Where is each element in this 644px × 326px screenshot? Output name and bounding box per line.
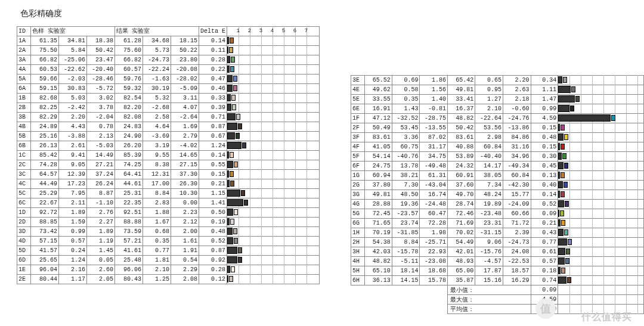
color-swatch: [565, 258, 569, 264]
table-row: 3B82.292.20-2.0482.082.58-2.640.71: [17, 113, 320, 122]
cell-b1: 2.27: [87, 218, 115, 227]
cell-id: 2E: [17, 275, 31, 284]
cell-id: 4F: [351, 142, 365, 152]
cell-a2: 1.25: [143, 275, 171, 284]
cell-b2: 1.91: [171, 246, 199, 256]
cell-id: 6A: [17, 84, 31, 94]
cell-L1: 36.13: [364, 276, 392, 285]
cell-delta-e: 0.46: [199, 84, 227, 94]
table-row: 3D73.420.991.8973.590.682.000.48: [17, 227, 320, 237]
cell-b1: -24.48: [420, 200, 448, 209]
cell-L2: 24.90: [115, 132, 143, 141]
cell-b2: 18.57: [503, 266, 531, 276]
cell-L2: 92.51: [115, 208, 143, 218]
cell-bar: [558, 104, 644, 114]
cell-id: 1D: [17, 208, 31, 218]
cell-a2: 38.05: [475, 171, 503, 181]
cell-a2: 12.31: [143, 170, 171, 179]
cell-a2: 14.17: [475, 162, 503, 171]
color-swatch: [230, 38, 234, 44]
cell-a1: 2.61: [59, 141, 87, 151]
table-row: 3G49.8148.5016.7449.7048.2415.770.14: [351, 190, 644, 200]
cell-id: 5D: [17, 246, 31, 256]
table-row: 1D92.721.892.7692.511.882.230.50: [17, 208, 320, 218]
cell-b2: -0.60: [503, 104, 531, 114]
cell-L2: 48.93: [448, 257, 475, 266]
cell-b1: 1.86: [420, 76, 448, 85]
cell-a2: 0.35: [143, 237, 171, 246]
cell-L2: 24.32: [448, 162, 475, 171]
table-row: 2G37.807.30-43.0437.607.34-42.300.40: [351, 181, 644, 190]
cell-a1: 0.99: [59, 227, 87, 237]
cell-b1: 61.31: [420, 171, 448, 181]
cell-bar: [227, 227, 320, 237]
table-row: 1E96.042.162.6096.062.102.290.28: [17, 265, 320, 275]
table-row: 6C22.672.11-1.1022.352.830.001.41: [17, 198, 320, 208]
color-swatch: [229, 276, 233, 282]
cell-bar: [227, 122, 320, 132]
cell-L2: 57.21: [115, 237, 143, 246]
cell-L2: 28.74: [448, 200, 475, 209]
cell-b1: -43.04: [420, 181, 448, 190]
color-swatch: [242, 142, 246, 148]
color-swatch: [561, 172, 565, 178]
cell-delta-e: 0.14: [199, 151, 227, 160]
cell-id: 5G: [351, 209, 365, 219]
table-row: 2C74.289.0527.2174.258.3827.150.55: [17, 160, 320, 170]
table-row: 3C64.5712.3937.2464.4112.3137.300.15: [17, 170, 320, 179]
cell-delta-e: 0.52: [199, 237, 227, 246]
cell-bar: [227, 141, 320, 151]
table-row: 4D57.150.571.1957.210.351.610.52: [17, 237, 320, 246]
cell-L1: 25.16: [31, 132, 59, 141]
cell-a1: -31.85: [392, 228, 420, 238]
cell-bar: [227, 198, 320, 208]
cell-id: 6H: [351, 276, 365, 285]
cell-b2: -24.09: [503, 200, 531, 209]
cell-a2: -24.73: [143, 55, 171, 65]
cell-a1: 30.83: [59, 84, 87, 94]
cell-bar: [558, 162, 644, 171]
summary-min: 最小值：0.09: [351, 285, 644, 295]
cell-bar: [227, 179, 320, 189]
table-row: 1B82.685.033.0282.545.323.110.33: [17, 94, 320, 103]
cell-bar: [227, 237, 320, 246]
cell-b1: 18.68: [420, 266, 448, 276]
cell-bar: [558, 238, 644, 247]
cell-L2: 82.20: [115, 103, 143, 113]
cell-id: 2F: [351, 123, 365, 133]
cell-delta-e: 0.15: [199, 170, 227, 179]
table-row: 3H42.03-15.7822.9342.01-15.7624.080.61: [351, 247, 644, 257]
cell-bar: [227, 132, 320, 141]
cell-id: 1C: [17, 151, 31, 160]
cell-L1: 59.15: [31, 84, 59, 94]
cell-bar: [558, 276, 644, 285]
cell-L1: 28.88: [364, 200, 392, 209]
cell-id: 6E: [351, 104, 365, 114]
cell-a1: 53.45: [392, 123, 420, 133]
cell-delta-e: 0.77: [531, 238, 558, 247]
cell-L1: 65.52: [364, 76, 392, 85]
cell-a1: 1.17: [59, 275, 87, 284]
table-row: 1H70.19-31.851.9870.02-31.152.390.43: [351, 228, 644, 238]
cell-L2: 26.20: [115, 141, 143, 151]
cell-bar: [558, 171, 644, 181]
cell-delta-e: 1.24: [199, 141, 227, 151]
cell-delta-e: 0.14: [531, 190, 558, 200]
cell-delta-e: 0.74: [531, 276, 558, 285]
cell-bar: [227, 218, 320, 227]
cell-b2: -28.02: [171, 74, 199, 84]
color-swatch: [562, 153, 566, 159]
cell-a2: 1.27: [475, 95, 503, 104]
cell-delta-e: 0.33: [199, 94, 227, 103]
cell-id: 4A: [17, 65, 31, 74]
cell-a2: 8.38: [143, 160, 171, 170]
cell-L2: 42.01: [448, 247, 475, 257]
cell-delta-e: 0.34: [531, 76, 558, 85]
cell-b1: 50.42: [87, 46, 115, 55]
cell-a1: -2.42: [59, 103, 87, 113]
cell-bar: [558, 95, 644, 104]
cell-L2: 61.28: [115, 36, 143, 46]
cell-bar: [558, 257, 644, 266]
cell-delta-e: 0.15: [531, 142, 558, 152]
cell-delta-e: 0.57: [531, 257, 558, 266]
